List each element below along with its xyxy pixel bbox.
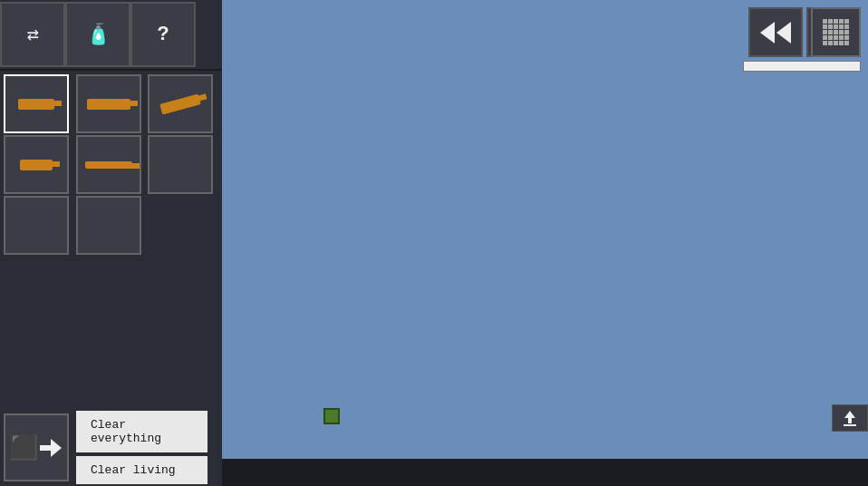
item-cell-6[interactable]: [148, 135, 213, 194]
item-cell-1[interactable]: [4, 74, 69, 133]
gun-icon-5: [85, 161, 132, 169]
left-panel: ⇄ 🧴 ?: [0, 0, 222, 486]
bottom-right-icon: [832, 404, 868, 432]
game-area[interactable]: [222, 0, 868, 459]
swap-button[interactable]: ⇄: [0, 2, 65, 67]
item-cell-3[interactable]: [148, 74, 213, 133]
clear-living-button[interactable]: Clear living: [76, 456, 207, 484]
exit-arrow-icon: [38, 435, 63, 461]
speed-bar-container: [743, 61, 861, 72]
gun-icon-1: [18, 99, 54, 110]
gun-icon-4: [20, 160, 53, 170]
gun-icon-3: [160, 93, 202, 114]
bottom-left-area: ⬛ Clear everything Clear living: [0, 409, 222, 486]
potion-button[interactable]: 🧴: [65, 2, 130, 67]
toolbar: ⇄ 🧴 ?: [0, 0, 222, 71]
swap-icon: ⇄: [26, 23, 38, 47]
grid-icon: [823, 19, 849, 45]
gun-icon-2: [87, 99, 130, 110]
clear-everything-button[interactable]: Clear everything: [76, 411, 207, 452]
speed-bar: [744, 62, 860, 71]
rewind-icon: [760, 22, 791, 44]
exit-icon: ⬛: [9, 433, 38, 462]
item-cell-7[interactable]: [4, 196, 69, 255]
download-icon: [841, 409, 859, 427]
exit-button[interactable]: ⬛: [4, 413, 69, 481]
help-button[interactable]: ?: [130, 2, 196, 67]
bottom-bar: [222, 459, 868, 486]
item-cell-2[interactable]: [76, 74, 141, 133]
item-cell-4[interactable]: [4, 135, 69, 194]
svg-marker-1: [51, 439, 62, 457]
svg-rect-4: [844, 424, 856, 426]
potion-icon: 🧴: [86, 23, 111, 47]
rewind-button[interactable]: [748, 7, 803, 57]
grid-toggle-button[interactable]: [811, 7, 861, 57]
svg-marker-2: [844, 411, 855, 418]
svg-rect-3: [848, 418, 852, 423]
item-grid: [0, 71, 222, 258]
context-menu: Clear everything Clear living: [76, 411, 207, 484]
item-cell-8[interactable]: [76, 196, 141, 255]
item-cell-5[interactable]: [76, 135, 141, 194]
game-object: [323, 408, 340, 424]
question-icon: ?: [157, 24, 169, 46]
